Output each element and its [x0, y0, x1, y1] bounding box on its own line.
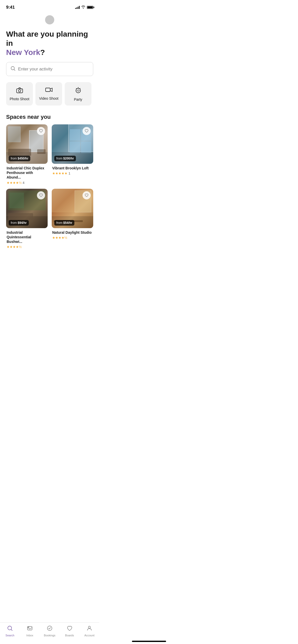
- drag-dot: [45, 15, 54, 24]
- space-info-bushwick: Industrial Quintessential Bushwi... ★★★★…: [6, 228, 48, 249]
- space-image-industrial-duplex: from $450/hr: [6, 124, 48, 164]
- heading: What are you planning in New York?: [6, 30, 93, 57]
- svg-point-9: [79, 90, 79, 91]
- space-name-daylight-studio: Natural Daylight Studio: [52, 230, 93, 235]
- search-bar[interactable]: [6, 62, 93, 76]
- heading-city: New York: [6, 48, 40, 56]
- space-info-daylight-studio: Natural Daylight Studio ★★★★½: [52, 228, 93, 240]
- space-rating-brooklyn-loft: ★★★★★ 1: [52, 171, 93, 175]
- favorite-btn-brooklyn-loft[interactable]: [83, 127, 91, 135]
- video-shoot-icon: [45, 87, 53, 94]
- search-input[interactable]: [18, 67, 89, 72]
- category-card-video-shoot[interactable]: Video Shoot: [35, 82, 62, 106]
- space-name-brooklyn-loft: Vibrant Brooklyn Loft: [52, 166, 93, 170]
- stars-bushwick: ★★★★½: [7, 245, 22, 249]
- svg-point-8: [78, 90, 78, 90]
- favorite-btn-industrial-duplex[interactable]: [37, 127, 45, 135]
- review-count-industrial-duplex: 4: [23, 181, 24, 185]
- categories-row: Photo Shoot Video Shoot: [6, 82, 93, 108]
- space-card-daylight-studio[interactable]: from $54/hr Natural Daylight Studio ★★★★…: [52, 189, 93, 249]
- space-card-bushwick[interactable]: from $94/hr Industrial Quintessential Bu…: [6, 189, 48, 249]
- category-label-photo-shoot: Photo Shoot: [10, 97, 29, 101]
- signal-icon: [75, 6, 80, 9]
- svg-point-10: [78, 91, 78, 92]
- space-card-industrial-duplex[interactable]: from $450/hr Industrial Chic Duplex Pent…: [6, 124, 48, 185]
- status-icons: [75, 5, 93, 9]
- heading-city-line: New York?: [6, 48, 93, 57]
- spaces-section-title: Spaces near you: [6, 114, 93, 120]
- party-icon: [75, 87, 82, 95]
- space-image-brooklyn-loft: from $200/hr: [52, 124, 93, 164]
- stars-brooklyn-loft: ★★★★★: [52, 171, 67, 175]
- price-badge-industrial-duplex: from $450/hr: [9, 156, 30, 161]
- svg-point-7: [77, 90, 77, 91]
- category-label-party: Party: [74, 97, 82, 101]
- wifi-icon: [81, 5, 85, 9]
- space-name-bushwick: Industrial Quintessential Bushwi...: [7, 230, 47, 244]
- svg-line-1: [14, 69, 15, 70]
- drag-indicator: [0, 11, 99, 26]
- category-label-video-shoot: Video Shoot: [39, 96, 58, 100]
- category-card-photo-shoot[interactable]: Photo Shoot: [6, 82, 33, 106]
- space-image-daylight-studio: from $54/hr: [52, 189, 93, 228]
- main-content: What are you planning in New York?: [0, 30, 99, 274]
- spaces-grid: from $450/hr Industrial Chic Duplex Pent…: [6, 124, 93, 249]
- price-badge-daylight-studio: from $54/hr: [54, 220, 74, 226]
- category-card-party[interactable]: Party: [65, 82, 91, 106]
- svg-rect-5: [46, 88, 50, 92]
- space-info-industrial-duplex: Industrial Chic Duplex Penthouse with Ab…: [6, 164, 48, 185]
- space-name-industrial-duplex: Industrial Chic Duplex Penthouse with Ab…: [7, 166, 47, 180]
- stars-daylight-studio: ★★★★½: [52, 236, 67, 240]
- favorite-btn-bushwick[interactable]: [37, 191, 45, 199]
- price-badge-brooklyn-loft: from $200/hr: [54, 156, 76, 161]
- heading-line1: What are you planning in: [6, 30, 93, 48]
- heading-punctuation: ?: [40, 48, 45, 56]
- search-icon: [10, 66, 16, 72]
- status-bar: 9:41: [0, 0, 99, 11]
- svg-point-4: [21, 90, 22, 90]
- svg-point-3: [18, 90, 21, 92]
- space-rating-daylight-studio: ★★★★½: [52, 236, 93, 240]
- space-image-bushwick: from $94/hr: [6, 189, 48, 228]
- space-rating-industrial-duplex: ★★★★½ 4: [7, 181, 47, 185]
- status-time: 9:41: [6, 5, 15, 10]
- photo-shoot-icon: [16, 87, 23, 94]
- space-card-brooklyn-loft[interactable]: from $200/hr Vibrant Brooklyn Loft ★★★★★…: [52, 124, 93, 185]
- svg-rect-2: [17, 89, 23, 93]
- battery-icon: [87, 6, 93, 9]
- price-badge-bushwick: from $94/hr: [9, 220, 29, 226]
- review-count-brooklyn-loft: 1: [69, 171, 70, 175]
- space-rating-bushwick: ★★★★½: [7, 245, 47, 249]
- favorite-btn-daylight-studio[interactable]: [83, 191, 91, 199]
- stars-industrial-duplex: ★★★★½: [7, 181, 22, 185]
- space-info-brooklyn-loft: Vibrant Brooklyn Loft ★★★★★ 1: [52, 164, 93, 175]
